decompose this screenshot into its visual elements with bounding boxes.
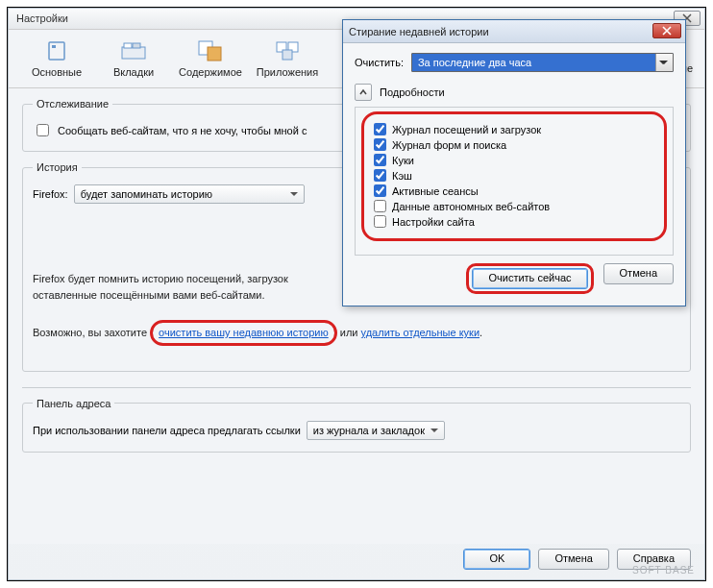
tab-tabs[interactable]: Вкладки bbox=[95, 36, 172, 80]
check-sessions[interactable] bbox=[374, 184, 386, 197]
check-offline[interactable] bbox=[374, 200, 386, 212]
clear-now-button[interactable]: Очистить сейчас bbox=[472, 268, 587, 289]
content-icon bbox=[195, 39, 226, 62]
check-visits[interactable] bbox=[374, 123, 386, 135]
tracking-checkbox[interactable] bbox=[37, 124, 49, 136]
dialog-close-button[interactable] bbox=[652, 23, 681, 38]
svg-rect-6 bbox=[208, 47, 221, 61]
ok-button[interactable]: OK bbox=[463, 549, 530, 570]
dialog-cancel-button[interactable]: Отмена bbox=[603, 263, 674, 284]
tab-content[interactable]: Содержимое bbox=[172, 36, 249, 80]
chevron-down-icon bbox=[655, 54, 673, 71]
tabs-icon bbox=[118, 39, 149, 62]
addressbar-dropdown[interactable]: из журнала и закладок bbox=[307, 421, 445, 440]
clear-label: Очистить: bbox=[355, 57, 404, 68]
clear-range-dropdown[interactable]: За последние два часа bbox=[411, 53, 674, 72]
main-title: Настройки bbox=[16, 12, 68, 24]
applications-icon bbox=[272, 39, 303, 62]
clear-history-dialog: Стирание недавней истории Очистить: За п… bbox=[342, 19, 686, 306]
addressbar-label: При использовании панели адреса предлага… bbox=[33, 425, 301, 436]
svg-rect-4 bbox=[133, 43, 140, 48]
check-cache[interactable] bbox=[374, 169, 386, 182]
separator bbox=[22, 387, 691, 388]
dialog-titlebar: Стирание недавней истории bbox=[343, 20, 685, 43]
tracking-legend: Отслеживание bbox=[33, 98, 112, 110]
history-label: Firefox: bbox=[33, 188, 68, 200]
svg-rect-1 bbox=[52, 45, 56, 48]
svg-rect-2 bbox=[122, 47, 145, 59]
addressbar-legend: Панель адреса bbox=[33, 398, 114, 409]
svg-rect-9 bbox=[283, 50, 292, 60]
clear-history-link[interactable]: очистить вашу недавнюю историю bbox=[159, 327, 329, 338]
tab-applications[interactable]: Приложения bbox=[249, 36, 326, 80]
addressbar-fieldset: Панель адреса При использовании панели а… bbox=[22, 398, 691, 453]
svg-rect-3 bbox=[124, 43, 132, 48]
details-toggle-button[interactable] bbox=[355, 84, 372, 101]
history-legend: История bbox=[33, 161, 82, 173]
watermark: SOFT BASE bbox=[632, 565, 695, 576]
check-forms[interactable] bbox=[374, 138, 386, 151]
cancel-button[interactable]: Отмена bbox=[538, 549, 608, 570]
delete-cookies-link[interactable]: удалить отдельные куки bbox=[361, 327, 479, 338]
tracking-checkbox-label: Сообщать веб-сайтам, что я не хочу, чтоб… bbox=[58, 125, 307, 136]
history-dropdown[interactable]: будет запоминать историю bbox=[74, 184, 305, 204]
check-cookies[interactable] bbox=[374, 154, 386, 166]
details-label: Подробности bbox=[380, 86, 445, 98]
check-siteprefs[interactable] bbox=[374, 215, 386, 228]
details-checklist: Журнал посещений и загрузок Журнал форм … bbox=[361, 111, 667, 241]
general-icon bbox=[41, 39, 72, 62]
svg-rect-0 bbox=[49, 42, 64, 60]
dialog-title: Стирание недавней истории bbox=[349, 26, 489, 37]
tab-general[interactable]: Основные bbox=[18, 36, 95, 80]
